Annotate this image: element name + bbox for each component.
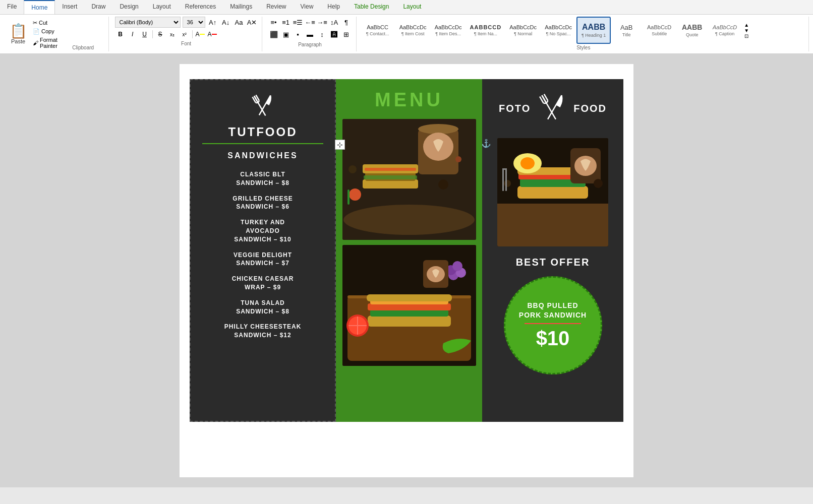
show-hide-button[interactable]: ¶	[341, 17, 352, 28]
change-case-button[interactable]: Aa	[234, 17, 245, 28]
style-quote[interactable]: AABB Quote	[677, 17, 707, 44]
tab-draw[interactable]: Draw	[84, 0, 112, 14]
paste-button[interactable]: 📋 Paste	[7, 17, 29, 51]
bold-button[interactable]: B	[115, 29, 126, 40]
tab-insert[interactable]: Insert	[55, 0, 84, 14]
food-photo-right	[497, 138, 608, 246]
style-no-space[interactable]: AaBbCcDc ¶ No Spac...	[541, 17, 575, 44]
style-no-space-preview: AaBbCcDc	[545, 24, 572, 30]
menu-title: MENU	[375, 89, 443, 111]
style-title[interactable]: AaB Title	[612, 17, 641, 44]
svg-point-17	[455, 156, 461, 162]
tab-layout[interactable]: Layout	[146, 0, 178, 14]
style-item-cost[interactable]: AaBbCcDc ¶ Item Cost	[396, 17, 430, 44]
sort-button[interactable]: ↕A	[329, 17, 340, 28]
strikethrough-button[interactable]: S	[155, 29, 166, 40]
tab-help[interactable]: Help	[320, 0, 347, 14]
style-caption[interactable]: AaBbCcD ¶ Caption	[708, 17, 742, 44]
offer-circle: BBQ PULLEDPORK SANDWICH $10	[504, 276, 602, 374]
align-left-button[interactable]: ⬛	[268, 29, 279, 40]
numbering-button[interactable]: ≡1	[280, 17, 292, 28]
font-group: Calibri (Body) 36 A↑ A↓ Aa A✕ B I U S x₂…	[111, 17, 262, 51]
tab-view[interactable]: View	[294, 0, 321, 14]
cut-button[interactable]: ✂ Cut	[31, 19, 59, 27]
right-cutlery-icon	[538, 89, 566, 128]
tab-table-design[interactable]: Table Design	[347, 0, 396, 14]
line-spacing-button[interactable]: ↕	[317, 29, 328, 40]
increase-font-button[interactable]: A↑	[207, 17, 218, 28]
style-item-des[interactable]: AaBbCcDc ¶ Item Des...	[431, 17, 466, 44]
svg-rect-45	[517, 186, 588, 199]
ribbon: File Home Insert Draw Design Layout Refe…	[0, 0, 813, 54]
font-format-row: B I U S x₂ x² A A	[115, 29, 258, 40]
svg-rect-25	[368, 303, 451, 310]
styles-scroll-button[interactable]: ▲ ▼ ⊡	[743, 21, 750, 40]
style-caption-preview: AaBbCcD	[713, 24, 737, 30]
tab-mailings[interactable]: Mailings	[223, 0, 259, 14]
style-subtitle-preview: AaBbCcD	[647, 24, 671, 30]
svg-rect-44	[497, 204, 608, 246]
text-highlight-button[interactable]: A	[195, 29, 206, 40]
svg-rect-57	[502, 168, 507, 170]
tab-design[interactable]: Design	[112, 0, 145, 14]
tab-file[interactable]: File	[0, 0, 24, 14]
table-move-handle[interactable]: ⊹	[335, 140, 345, 150]
superscript-button[interactable]: x²	[179, 29, 190, 40]
svg-point-35	[452, 261, 462, 271]
style-heading-1-preview: AABB	[582, 23, 605, 32]
format-painter-button[interactable]: 🖌 Format Painter	[31, 36, 59, 49]
tab-review[interactable]: Review	[259, 0, 293, 14]
restaurant-name: TUTFOOD	[202, 125, 323, 144]
underline-button[interactable]: U	[139, 29, 150, 40]
style-item-des-label: ¶ Item Des...	[435, 31, 461, 36]
increase-indent-button[interactable]: →≡	[317, 17, 328, 28]
decrease-indent-button[interactable]: ←≡	[305, 17, 316, 28]
menu-item-5: CHICKEN CAESAR WRAP – $9	[196, 275, 330, 292]
offer-name: BBQ PULLEDPORK SANDWICH	[519, 301, 587, 320]
font-group-label: Font	[115, 40, 258, 47]
ribbon-tab-bar: File Home Insert Draw Design Layout Refe…	[0, 0, 813, 15]
borders-button[interactable]: ⊞	[341, 29, 352, 40]
paragraph-row-2: ⬛ ▣ ▪ ▬ ↕ 🅰 ⊞	[268, 29, 352, 40]
paste-icon: 📋	[10, 24, 27, 38]
svg-rect-14	[365, 168, 416, 171]
decrease-font-button[interactable]: A↓	[220, 17, 231, 28]
document-page: ⊹ ⚓	[180, 64, 633, 477]
style-heading-1[interactable]: AABB ¶ Heading 1	[576, 17, 611, 44]
font-size-select[interactable]: 36	[183, 17, 205, 28]
shading-button[interactable]: 🅰	[329, 29, 340, 40]
menu-item-7: PHILLY CHEESESTEAK SANDWICH – $12	[196, 323, 330, 340]
italic-button[interactable]: I	[127, 29, 138, 40]
font-name-select[interactable]: Calibri (Body)	[115, 17, 181, 28]
font-color-button[interactable]: A	[207, 29, 218, 40]
menu-item-2: GRILLED CHEESE SANDWICH – $6	[196, 195, 330, 212]
justify-button[interactable]: ▬	[305, 29, 316, 40]
align-center-button[interactable]: ▣	[280, 29, 292, 40]
clipboard-sub-buttons: ✂ Cut 📄 Copy 🖌 Format Painter	[31, 17, 59, 51]
paste-label: Paste	[11, 38, 25, 44]
style-normal-preview: AaBbCcDc	[509, 24, 537, 30]
bullets-button[interactable]: ≡•	[268, 17, 279, 28]
left-cutlery-icon	[250, 90, 275, 120]
tab-references[interactable]: References	[178, 0, 223, 14]
paragraph-group-label: Paragraph	[268, 41, 352, 48]
paragraph-row-1: ≡• ≡1 ≡☰ ←≡ →≡ ↕A ¶	[268, 17, 352, 28]
style-item-des-preview: AaBbCcDc	[435, 24, 462, 30]
style-subtitle[interactable]: AaBbCcD Subtitle	[642, 17, 676, 44]
tab-table-layout[interactable]: Layout	[396, 0, 428, 14]
subscript-button[interactable]: x₂	[167, 29, 178, 40]
multilevel-list-button[interactable]: ≡☰	[293, 17, 304, 28]
style-normal[interactable]: AaBbCcDc ¶ Normal	[506, 17, 540, 44]
menu-item-4: VEGGIE DELIGHT SANDWICH – $7	[196, 251, 330, 268]
style-contact[interactable]: AaBbCC ¶ Contact...	[361, 17, 395, 44]
document-area: ⊹ ⚓	[0, 54, 813, 487]
menu-left-panel: TUTFOOD SANDWICHES CLASSIC BLT SANDWICH …	[190, 79, 336, 422]
tab-home[interactable]: Home	[24, 0, 55, 14]
menu-items-list: CLASSIC BLT SANDWICH – $8 GRILLED CHEESE…	[196, 170, 330, 347]
style-item-na[interactable]: AABBCCD ¶ Item Na...	[467, 17, 505, 44]
clear-formatting-button[interactable]: A✕	[247, 17, 258, 28]
copy-button[interactable]: 📄 Copy	[31, 28, 59, 35]
align-right-button[interactable]: ▪	[293, 29, 304, 40]
style-subtitle-label: Subtitle	[652, 31, 667, 36]
style-item-cost-label: ¶ Item Cost	[401, 31, 425, 36]
